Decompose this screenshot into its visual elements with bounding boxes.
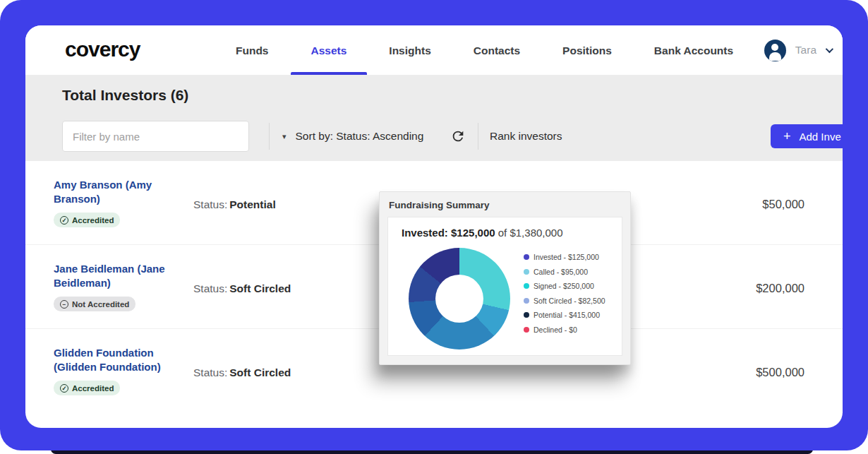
sort-caret-icon: ▾ [282, 132, 287, 141]
investor-name-link[interactable]: Glidden Foundation (Glidden Foundation) [54, 346, 179, 374]
status-label: Status: [193, 282, 227, 294]
legend-item: Potential - $415,000 [524, 311, 605, 319]
tab-positions[interactable]: Positions [562, 25, 612, 75]
rank-investors-link[interactable]: Rank investors [490, 130, 562, 143]
legend-item: Declined - $0 [524, 325, 605, 334]
badge-label: Accredited [72, 384, 114, 393]
legend-dot [524, 298, 529, 304]
investor-name-link[interactable]: Jane Beidleman (Jane Beidleman) [54, 262, 179, 290]
sort-by-dropdown[interactable]: ▾ Sort by: Status: Ascending [282, 121, 423, 152]
accreditation-badge: − Not Accredited [54, 297, 135, 311]
legend-item: Invested - $125,000 [524, 253, 605, 261]
fundraising-donut-chart [409, 248, 510, 350]
legend-dot [524, 269, 529, 275]
investor-amount: $500,000 [756, 366, 804, 379]
tab-contacts[interactable]: Contacts [474, 25, 520, 75]
popup-title: Fundraising Summary [389, 200, 490, 210]
tab-bank-accounts[interactable]: Bank Accounts [654, 25, 733, 75]
legend-dot [524, 254, 529, 260]
screenshot-stage: covercy Funds Assets Insights Contacts P… [0, 0, 868, 454]
main-nav: Funds Assets Insights Contacts Positions… [236, 25, 733, 75]
investors-toolbar: Total Investors (6) ▾ Sort by: Status: A… [25, 75, 843, 161]
user-avatar-icon [764, 40, 786, 61]
badge-label: Not Accredited [72, 300, 129, 309]
user-menu[interactable]: Tara [764, 25, 831, 75]
legend-item: Signed - $250,000 [524, 282, 605, 290]
top-navbar: covercy Funds Assets Insights Contacts P… [25, 25, 843, 75]
fundraising-summary-popup: Fundraising Summary Invested: $125,000 o… [379, 191, 631, 365]
status-label: Status: [193, 366, 227, 378]
filter-by-name-input[interactable] [62, 121, 249, 152]
plus-icon: + [783, 129, 791, 144]
status-value: Soft Circled [229, 282, 291, 294]
add-investor-label: Add Inve [800, 131, 841, 143]
status-value: Soft Circled [229, 366, 291, 378]
legend-item: Soft Circled - $82,500 [524, 297, 605, 305]
check-circle-icon: ✓ [60, 384, 68, 393]
covercy-logo[interactable]: covercy [65, 37, 140, 61]
tab-insights[interactable]: Insights [389, 25, 430, 75]
legend-item: Called - $95,000 [524, 268, 605, 276]
accreditation-badge: ✓ Accredited [54, 213, 120, 227]
toolbar-divider [478, 123, 478, 150]
status-value: Potential [229, 198, 275, 210]
refresh-icon[interactable] [450, 129, 466, 145]
badge-label: Accredited [72, 216, 114, 225]
page-title: Total Investors (6) [62, 87, 188, 104]
legend-dot [524, 312, 529, 318]
legend-dot [524, 327, 529, 333]
popup-body: Invested: $125,000 of $1,380,000 Investe… [387, 217, 622, 356]
legend-dot [524, 283, 529, 289]
investor-name-link[interactable]: Amy Branson (Amy Branson) [54, 178, 179, 206]
status-label: Status: [193, 198, 227, 210]
minus-circle-icon: − [60, 300, 68, 309]
add-investor-button[interactable]: + Add Inve [771, 124, 843, 148]
tab-funds[interactable]: Funds [236, 25, 269, 75]
toolbar-divider [269, 123, 270, 150]
invested-summary-text: Invested: $125,000 of $1,380,000 [402, 227, 563, 239]
chart-legend: Invested - $125,000 Called - $95,000 Sig… [524, 253, 605, 334]
investor-amount: $200,000 [756, 282, 804, 295]
sort-by-label: Sort by: Status: Ascending [296, 130, 424, 143]
tab-assets[interactable]: Assets [311, 25, 347, 75]
chevron-down-icon [826, 45, 833, 53]
check-circle-icon: ✓ [60, 216, 68, 225]
accreditation-badge: ✓ Accredited [54, 381, 120, 395]
investor-amount: $50,000 [762, 198, 804, 211]
user-name: Tara [795, 44, 816, 56]
